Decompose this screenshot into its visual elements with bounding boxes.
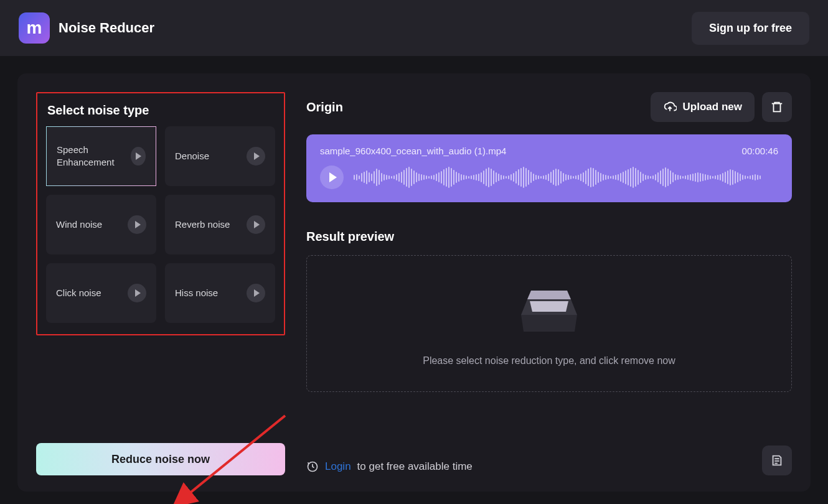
noise-card-reverb-noise[interactable]: Reverb noise — [165, 195, 275, 254]
app-logo-icon: m — [19, 12, 50, 44]
footer-text: to get free available time — [357, 460, 473, 473]
left-panel: Select noise type Speech Enhancement Den… — [36, 92, 285, 475]
app-header: m Noise Reducer Sign up for free — [0, 0, 828, 56]
noise-card-click-noise[interactable]: Click noise — [46, 263, 156, 323]
result-title: Result preview — [306, 230, 792, 244]
noise-label: Speech Enhancement — [57, 144, 131, 169]
footer-row: Login to get free available time — [306, 460, 792, 473]
noise-type-highlight-box: Select noise type Speech Enhancement Den… — [36, 92, 285, 335]
noise-label: Denoise — [175, 150, 209, 162]
svg-marker-2 — [527, 291, 571, 299]
noise-card-denoise[interactable]: Denoise — [165, 126, 275, 186]
login-link[interactable]: Login — [325, 460, 351, 473]
play-audio-button[interactable] — [320, 166, 344, 189]
app-title: Noise Reducer — [59, 20, 154, 36]
audio-filename: sample_960x400_ocean_with_audio (1).mp4 — [320, 146, 506, 156]
noise-label: Wind noise — [56, 218, 102, 231]
header-left: m Noise Reducer — [19, 12, 154, 44]
audio-duration: 00:00:46 — [742, 146, 778, 156]
noise-label: Click noise — [56, 287, 101, 299]
noise-card-wind-noise[interactable]: Wind noise — [46, 195, 156, 254]
noise-label: Hiss noise — [175, 287, 218, 299]
clock-refresh-icon — [306, 460, 319, 473]
signup-button[interactable]: Sign up for free — [692, 12, 809, 45]
note-edit-icon — [770, 454, 784, 467]
main-card: Select noise type Speech Enhancement Den… — [17, 73, 811, 492]
feedback-button[interactable] — [762, 446, 792, 475]
origin-title: Origin — [306, 100, 343, 114]
noise-card-hiss-noise[interactable]: Hiss noise — [165, 263, 275, 323]
upload-new-button[interactable]: Upload new — [651, 92, 755, 122]
trash-icon — [770, 100, 784, 114]
noise-type-grid: Speech Enhancement Denoise Wind noise Re… — [46, 126, 275, 323]
right-panel: Origin Upload new sample_960x40 — [306, 92, 792, 475]
audio-meta-row: sample_960x400_ocean_with_audio (1).mp4 … — [320, 146, 778, 156]
audio-waveform[interactable] — [354, 165, 778, 190]
origin-audio-box: sample_960x400_ocean_with_audio (1).mp4 … — [306, 134, 792, 202]
play-icon[interactable] — [131, 147, 146, 166]
play-icon[interactable] — [128, 284, 146, 302]
delete-button[interactable] — [762, 92, 792, 122]
upload-icon — [663, 100, 677, 114]
svg-marker-4 — [530, 301, 568, 312]
origin-actions: Upload new — [651, 92, 792, 122]
noise-label: Reverb noise — [175, 218, 230, 231]
play-icon[interactable] — [247, 215, 265, 234]
svg-marker-3 — [521, 315, 577, 332]
result-placeholder-box: Please select noise reduction type, and … — [306, 255, 792, 392]
audio-wave-row — [320, 165, 778, 190]
upload-label: Upload new — [683, 101, 742, 113]
noise-type-title: Select noise type — [47, 103, 275, 118]
noise-card-speech-enhancement[interactable]: Speech Enhancement — [46, 126, 156, 186]
play-icon[interactable] — [247, 284, 265, 302]
play-icon[interactable] — [128, 215, 146, 234]
result-placeholder-msg: Please select noise reduction type, and … — [423, 355, 675, 366]
origin-header-row: Origin Upload new — [306, 92, 792, 122]
play-icon[interactable] — [247, 147, 265, 166]
reduce-noise-button[interactable]: Reduce noise now — [36, 443, 285, 475]
empty-tray-icon — [515, 281, 583, 337]
